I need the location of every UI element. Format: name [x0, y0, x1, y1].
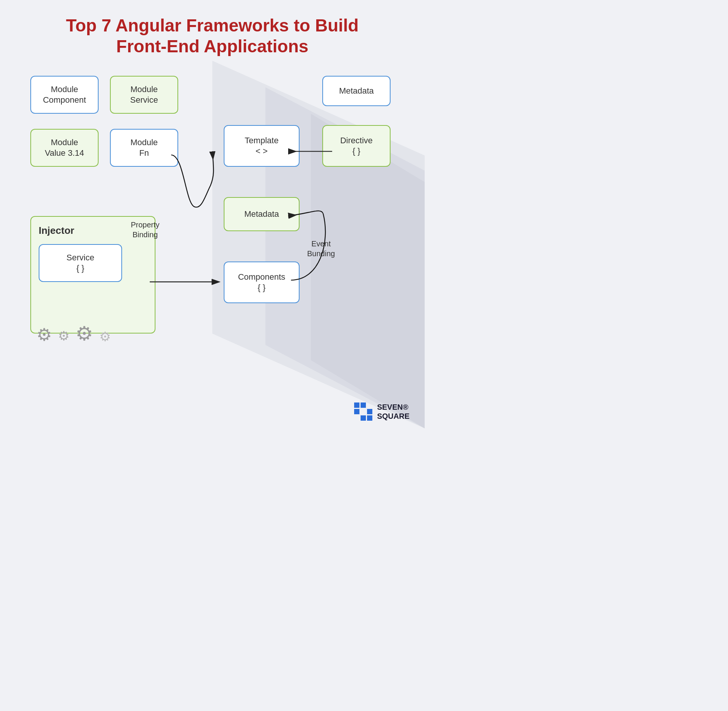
- module-component-box: ModuleComponent: [30, 76, 99, 114]
- directive-box: Directive{ }: [322, 125, 391, 167]
- logo-name-line1: SEVEN®: [377, 403, 408, 411]
- gear-icon-2: ⚙: [58, 328, 69, 343]
- module-fn-box: ModuleFn: [110, 129, 178, 167]
- gear-icon-4: ⚙: [99, 329, 111, 344]
- metadata-top-box: Metadata: [322, 76, 391, 106]
- page-content: Top 7 Angular Frameworks to Build Front-…: [0, 0, 425, 432]
- module-service-box: ModuleService: [110, 76, 178, 114]
- gears-area: ⚙ ⚙ ⚙ ⚙: [36, 322, 111, 345]
- gear-icon-1: ⚙: [36, 324, 52, 345]
- logo-cell: [367, 415, 372, 421]
- metadata-mid-box: Metadata: [224, 197, 300, 231]
- logo-cell: [354, 402, 359, 408]
- components-box: Components{ }: [224, 262, 300, 303]
- logo-cell: [361, 402, 366, 408]
- template-box: Template< >: [224, 125, 300, 167]
- event-binding-label: EventBunding: [307, 239, 335, 258]
- service-box: Service{ }: [39, 244, 122, 282]
- injector-label: Injector: [39, 224, 74, 237]
- logo-cell: [361, 415, 366, 421]
- title-line2: Front-End Applications: [116, 36, 309, 56]
- logo-cell: [367, 402, 372, 408]
- title-line1: Top 7 Angular Frameworks to Build: [66, 16, 359, 35]
- logo-cell: [361, 409, 366, 414]
- module-value-box: ModuleValue 3.14: [30, 129, 99, 167]
- logo-cell: [367, 409, 372, 414]
- logo-cell: [354, 415, 359, 421]
- logo: SEVEN® SQUARE: [354, 402, 410, 421]
- logo-cell: [354, 409, 359, 414]
- logo-grid: [354, 402, 372, 421]
- logo-text: SEVEN® SQUARE: [377, 402, 410, 421]
- diagram: ModuleComponent ModuleService Metadata M…: [23, 76, 402, 409]
- logo-name-line2: SQUARE: [377, 412, 410, 420]
- page-title: Top 7 Angular Frameworks to Build Front-…: [23, 15, 402, 57]
- property-binding-label: PropertyBinding: [131, 220, 160, 240]
- gear-icon-3: ⚙: [75, 322, 93, 345]
